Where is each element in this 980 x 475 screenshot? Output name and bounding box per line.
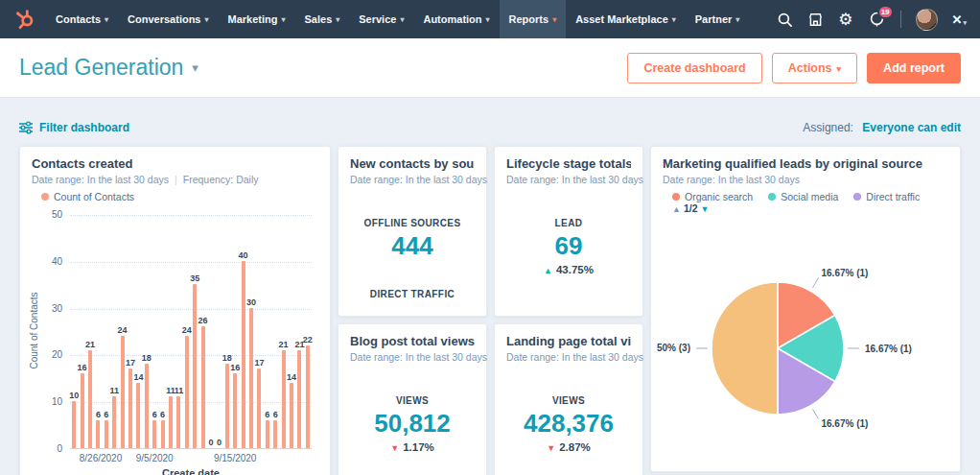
secondary-metric-label: DIRECT TRAFFIC <box>338 289 486 299</box>
bar[interactable] <box>176 396 180 448</box>
bar[interactable] <box>136 383 140 448</box>
legend-page-up-icon[interactable]: ▲ <box>672 204 681 214</box>
marketplace-icon[interactable] <box>807 12 824 28</box>
x-tick-label: 9/15/2020 <box>204 453 266 463</box>
nav-item-sales[interactable]: Sales▾ <box>295 0 350 38</box>
pie-slice[interactable] <box>712 282 778 415</box>
nav-item-label: Contacts <box>56 13 101 25</box>
date-range-label: Date range: In the last 30 days <box>506 174 631 185</box>
legend-label: Direct traffic <box>866 191 920 202</box>
card-lifecycle-stage-totals[interactable]: Lifecycle stage totals Date range: In th… <box>494 146 643 317</box>
filter-icon <box>19 121 33 134</box>
bar[interactable] <box>161 420 165 448</box>
bar[interactable] <box>193 284 197 448</box>
legend-pagination[interactable]: ▲1/2▼ <box>672 202 709 214</box>
nav-item-service[interactable]: Service▾ <box>349 0 413 38</box>
bar[interactable] <box>242 261 245 448</box>
bar[interactable] <box>306 345 310 448</box>
bar[interactable] <box>169 396 173 448</box>
bar[interactable] <box>96 420 100 448</box>
contacts-created-bar-chart: 1016216611241714186611112435260018164030… <box>70 215 312 449</box>
chevron-down-icon: ▾ <box>552 15 556 24</box>
add-report-button[interactable]: Add report <box>867 53 961 83</box>
bar[interactable] <box>112 396 116 448</box>
nav-item-marketing[interactable]: Marketing▾ <box>219 0 295 38</box>
legend-dot <box>41 193 49 201</box>
nav-item-automation[interactable]: Automation▾ <box>413 0 499 38</box>
settings-gear-icon[interactable]: ⚙ <box>838 12 852 28</box>
nav-item-label: Service <box>359 13 396 25</box>
close-icon[interactable]: ✕ ▾ <box>952 13 967 26</box>
nav-item-asset-marketplace[interactable]: Asset Marketplace▾ <box>566 0 686 38</box>
chevron-down-icon: ▾ <box>336 15 339 24</box>
bar[interactable] <box>233 373 237 448</box>
notifications-icon[interactable]: 19 <box>868 11 886 29</box>
card-mql-by-original-source[interactable]: Marketing qualified leads by original so… <box>650 146 961 472</box>
chevron-down-icon: ▾ <box>486 15 490 24</box>
nav-item-conversations[interactable]: Conversations▾ <box>118 0 218 38</box>
nav-item-reports[interactable]: Reports▾ <box>500 0 567 38</box>
bar[interactable] <box>145 364 149 448</box>
metric-value: 50,812 <box>338 409 486 439</box>
pie-legend: Organic searchSocial mediaDirect traffic <box>672 191 948 202</box>
legend-label: Social media <box>781 191 838 202</box>
hubspot-logo-icon[interactable] <box>13 8 36 31</box>
metric-delta: ▼1.17% <box>338 441 486 453</box>
bar[interactable] <box>152 420 156 448</box>
legend-dot <box>768 193 776 201</box>
chevron-down-icon: ▾ <box>105 15 108 24</box>
legend-item-social-media[interactable]: Social media <box>768 191 838 202</box>
bar[interactable] <box>282 350 286 448</box>
nav-menu: Contacts▾Conversations▾Marketing▾Sales▾S… <box>46 0 749 38</box>
bar[interactable] <box>257 368 261 448</box>
page-title[interactable]: Lead Generation <box>19 55 183 81</box>
bar[interactable] <box>201 326 205 448</box>
nav-item-label: Conversations <box>128 13 200 25</box>
bar-value-label: 40 <box>235 250 252 260</box>
nav-item-label: Reports <box>509 13 549 25</box>
legend-item-direct-traffic[interactable]: Direct traffic <box>853 191 920 202</box>
bar[interactable] <box>81 373 84 448</box>
filter-dashboard-button[interactable]: Filter dashboard <box>19 121 129 134</box>
bar-value-label: 24 <box>114 325 131 335</box>
card-landing-page-total-views[interactable]: Landing page total vie... Date range: In… <box>494 323 643 475</box>
legend-item-organic-search[interactable]: Organic search <box>672 191 753 202</box>
user-avatar[interactable] <box>916 9 938 31</box>
nav-item-contacts[interactable]: Contacts▾ <box>46 0 118 38</box>
nav-divider <box>900 11 901 28</box>
bar[interactable] <box>273 420 277 448</box>
card-new-contacts-by-source[interactable]: New contacts by source Date range: In th… <box>338 146 487 317</box>
bar-value-label: 26 <box>195 316 212 325</box>
y-tick-label: 20 <box>52 349 62 360</box>
bar[interactable] <box>266 420 269 448</box>
create-dashboard-button[interactable]: Create dashboard <box>627 53 761 83</box>
search-icon[interactable] <box>777 12 793 28</box>
card-blog-post-total-views[interactable]: Blog post total views a... Date range: I… <box>338 323 487 475</box>
legend-page-down-icon[interactable]: ▼ <box>701 204 710 214</box>
bar[interactable] <box>290 383 293 448</box>
gridline <box>70 355 312 356</box>
pie-slice-label: 16.67% (1) <box>821 418 868 429</box>
bar[interactable] <box>185 336 189 448</box>
bar[interactable] <box>225 364 229 448</box>
title-caret-icon[interactable]: ▾ <box>192 60 198 75</box>
assigned-label: Assigned: <box>803 121 853 134</box>
bar[interactable] <box>88 350 92 448</box>
nav-item-partner[interactable]: Partner▾ <box>686 0 750 38</box>
page-header: Lead Generation ▾ Create dashboard Actio… <box>0 38 980 98</box>
top-nav: Contacts▾Conversations▾Marketing▾Sales▾S… <box>0 0 980 38</box>
bar[interactable] <box>105 420 108 448</box>
y-tick-label: 30 <box>52 303 62 314</box>
card-contacts-created[interactable]: Contacts created Date range: In the last… <box>19 146 331 475</box>
bar[interactable] <box>72 401 76 448</box>
date-range-label: Date range: In the last 30 days <box>350 174 475 185</box>
bar[interactable] <box>249 308 253 448</box>
assigned-value-link[interactable]: Everyone can edit <box>862 121 961 134</box>
y-tick-label: 0 <box>57 443 62 454</box>
bar[interactable] <box>297 350 301 448</box>
chevron-down-icon: ▾ <box>400 15 404 24</box>
bar-value-label: 17 <box>250 358 268 368</box>
actions-button[interactable]: Actions▾ <box>772 53 857 83</box>
bar[interactable] <box>121 336 125 448</box>
card-header: Blog post total views a... Date range: I… <box>350 334 475 363</box>
